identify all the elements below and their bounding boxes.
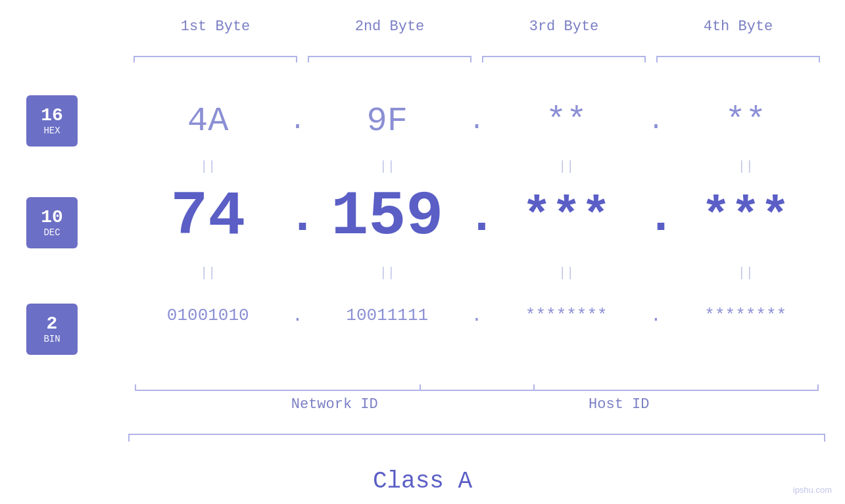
dec-byte3-value: *** (522, 189, 611, 245)
dec-dot2: . (467, 189, 487, 245)
hex-byte4: ** (666, 102, 826, 141)
dec-byte3: *** (487, 189, 646, 245)
bracket-byte1 (133, 49, 297, 62)
byte-headers: 1st Byte 2nd Byte 3rd Byte 4th Byte (128, 18, 825, 35)
bin-byte3-value: ******** (525, 306, 608, 325)
dec-byte2-value: 159 (331, 181, 443, 252)
hex-byte3: ** (487, 102, 646, 141)
dec-dot3: . (646, 189, 666, 245)
hex-byte2: 9F (308, 102, 468, 141)
hex-byte1: 4A (128, 102, 288, 141)
mega-bracket (128, 434, 825, 435)
bin-byte1-value: 01001010 (167, 306, 249, 325)
bin-dot1: . (288, 306, 308, 326)
host-id-label: Host ID (413, 396, 826, 413)
eq1-b2: || (308, 159, 468, 174)
hex-byte4-value: ** (725, 102, 766, 141)
byte2-header: 2nd Byte (302, 18, 477, 35)
hex-badge: 16 HEX (26, 95, 78, 147)
bin-byte1: 01001010 (128, 306, 288, 325)
hex-byte3-value: ** (546, 102, 587, 141)
hex-row: 4A . 9F . ** . ** (128, 95, 825, 147)
hex-byte2-value: 9F (367, 102, 408, 141)
byte1-header: 1st Byte (128, 18, 302, 35)
bin-base-num: 2 (47, 314, 58, 334)
eq1-b3: || (487, 159, 646, 174)
dec-byte2: 159 (308, 181, 468, 252)
bin-row: 01001010 . 10011111 . ******** . *******… (128, 292, 825, 338)
bracket-byte3 (482, 49, 646, 62)
hex-dot2: . (467, 106, 487, 136)
bin-dot3: . (646, 306, 666, 326)
hex-base-num: 16 (41, 106, 63, 126)
watermark: ipshu.com (793, 485, 832, 495)
dec-byte4-value: *** (701, 189, 790, 245)
dec-base-name: DEC (43, 227, 60, 238)
eq-row-1: || || || || (128, 156, 825, 176)
bin-byte2: 10011111 (308, 306, 468, 325)
bracket-byte4 (656, 49, 820, 62)
eq2-b1: || (128, 265, 288, 281)
bin-byte4: ******** (666, 306, 826, 325)
dec-badge: 10 DEC (26, 197, 78, 248)
dec-base-num: 10 (41, 208, 63, 228)
byte3-header: 3rd Byte (477, 18, 651, 35)
hex-dot1: . (288, 106, 308, 136)
bin-base-name: BIN (43, 334, 60, 344)
bin-byte3: ******** (487, 306, 646, 325)
host-bracket (413, 378, 826, 391)
byte4-header: 4th Byte (651, 18, 825, 35)
dec-byte4: *** (666, 189, 826, 245)
eq2-b2: || (308, 265, 468, 281)
dec-row: 74 . 159 . *** . *** (128, 181, 825, 253)
hex-base-name: HEX (43, 126, 60, 136)
dec-byte1: 74 (128, 181, 288, 252)
eq-row-2: || || || || (128, 263, 825, 283)
bin-dot2: . (467, 306, 487, 326)
eq1-b1: || (128, 159, 288, 174)
dec-dot1: . (288, 189, 308, 245)
main-container: 1st Byte 2nd Byte 3rd Byte 4th Byte (0, 0, 845, 504)
eq2-b3: || (487, 265, 646, 281)
eq1-b4: || (666, 159, 826, 174)
bin-badge: 2 BIN (26, 304, 78, 355)
eq2-b4: || (666, 265, 826, 281)
bin-byte2-value: 10011111 (346, 306, 428, 325)
bracket-byte2 (308, 49, 471, 62)
dec-byte1-value: 74 (170, 181, 245, 252)
hex-byte1-value: 4A (187, 102, 228, 141)
top-brackets (128, 49, 825, 62)
class-label: Class A (0, 468, 845, 495)
bin-byte4-value: ******** (704, 306, 786, 325)
hex-dot3: . (646, 106, 666, 136)
